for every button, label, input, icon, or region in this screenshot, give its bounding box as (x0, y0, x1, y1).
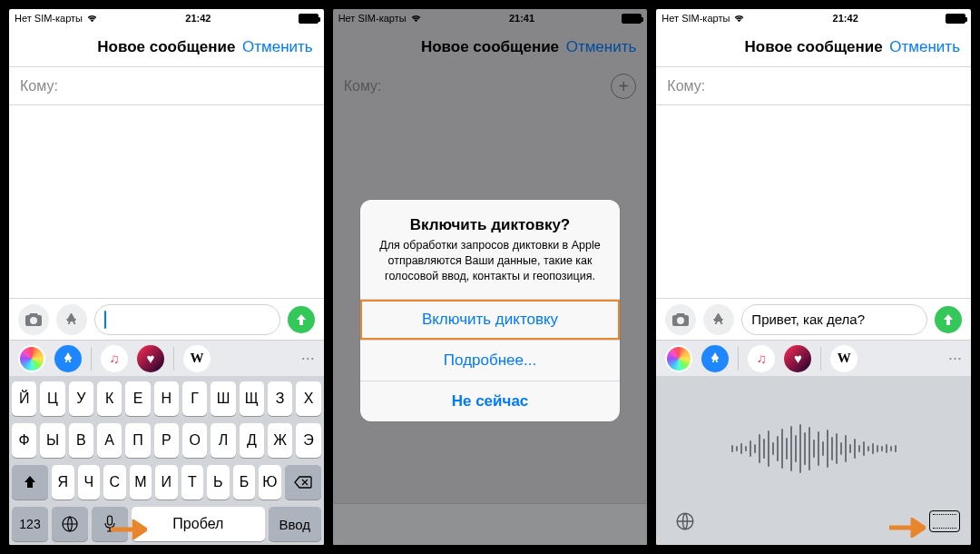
alert-message: Для обработки запросов диктовки в Apple … (360, 238, 621, 299)
key[interactable]: Ь (207, 465, 230, 500)
recipient-row[interactable]: Кому: (656, 67, 971, 105)
wikipedia-app-icon[interactable]: W (830, 345, 858, 372)
shift-key[interactable] (12, 465, 48, 500)
apps-row: ♫ ♥ W ··· (9, 340, 324, 376)
screenshot-2: Нет SIM-карты 21:41 Новое сообщение Отме… (333, 9, 648, 545)
key[interactable]: З (268, 381, 292, 416)
alert-title: Включить диктовку? (360, 200, 621, 238)
switch-to-keyboard-button[interactable] (929, 510, 960, 532)
space-key[interactable]: Пробел (132, 507, 265, 541)
key[interactable]: В (69, 423, 93, 458)
key[interactable]: Ж (268, 423, 292, 458)
wifi-icon (733, 15, 745, 23)
screenshot-1: Нет SIM-карты 21:42 Новое сообщение Отме… (9, 9, 324, 545)
key[interactable]: И (155, 465, 178, 500)
keyboard-row-3: Я Ч С М И Т Ь Б Ю (12, 465, 321, 500)
carrier-text: Нет SIM-карты (15, 13, 83, 24)
key[interactable]: Б (233, 465, 256, 500)
key[interactable]: Э (296, 423, 320, 458)
music-app-icon[interactable]: ♫ (101, 345, 128, 372)
callout-arrow-icon (111, 519, 147, 539)
key[interactable]: Е (125, 381, 150, 416)
stickers-app-icon[interactable]: ♥ (784, 345, 811, 372)
key[interactable]: Г (182, 381, 207, 416)
keyboard-row-4: 123 Пробел Ввод (12, 507, 321, 541)
key[interactable]: Я (52, 465, 74, 500)
keyboard-row-1: Й Ц У К Е Н Г Ш Щ З Х (12, 381, 321, 416)
clock: 21:42 (833, 13, 858, 24)
music-app-icon[interactable]: ♫ (748, 345, 775, 372)
divider (738, 347, 739, 371)
message-body-area[interactable] (656, 105, 971, 298)
message-input[interactable]: Привет, как дела? (741, 304, 927, 335)
wifi-icon (86, 15, 98, 23)
key[interactable]: А (97, 423, 122, 458)
camera-button[interactable] (18, 304, 49, 335)
to-label: Кому: (667, 78, 705, 94)
nav-bar: Новое сообщение Отменить (656, 27, 971, 67)
enter-key[interactable]: Ввод (269, 507, 321, 541)
globe-key[interactable] (667, 511, 703, 531)
more-apps-button[interactable]: ··· (948, 349, 962, 368)
stickers-app-icon[interactable]: ♥ (137, 345, 164, 372)
key[interactable]: С (103, 465, 126, 500)
alert-later-button[interactable]: Не сейчас (360, 381, 621, 421)
numbers-key[interactable]: 123 (12, 507, 48, 541)
key[interactable]: Й (12, 381, 36, 416)
carrier-text: Нет SIM-карты (662, 13, 730, 24)
message-input-text: Привет, как дела? (751, 312, 865, 327)
divider (820, 347, 821, 371)
camera-button[interactable] (665, 304, 696, 335)
key[interactable]: М (130, 465, 152, 500)
nav-bar: Новое сообщение Отменить (9, 27, 324, 67)
clock: 21:42 (185, 13, 211, 24)
alert-enable-button[interactable]: Включить диктовку (360, 299, 621, 340)
dictation-alert: Включить диктовку? Для обработки запросо… (360, 200, 621, 421)
keyboard: Й Ц У К Е Н Г Ш Щ З Х Ф Ы В А П Р О Л (9, 376, 324, 545)
text-cursor (104, 311, 106, 329)
compose-strip (9, 298, 324, 340)
recipient-row[interactable]: Кому: (9, 67, 324, 105)
backspace-key[interactable] (285, 465, 321, 500)
alert-more-button[interactable]: Подробнее... (360, 340, 621, 381)
key[interactable]: Ы (40, 423, 64, 458)
send-button[interactable] (288, 306, 315, 333)
key[interactable]: Ш (211, 381, 235, 416)
globe-key[interactable] (52, 507, 88, 541)
keyboard-row-2: Ф Ы В А П Р О Л Д Ж Э (12, 423, 321, 458)
callout-arrow-icon (889, 518, 926, 538)
more-apps-button[interactable]: ··· (301, 349, 315, 368)
dictation-waveform (667, 394, 960, 503)
key[interactable]: Ф (12, 423, 36, 458)
key[interactable]: Н (154, 381, 179, 416)
key[interactable]: Ю (259, 465, 281, 500)
key[interactable]: Х (296, 381, 320, 416)
appstore-app-icon[interactable] (54, 345, 82, 372)
key[interactable]: Д (240, 423, 264, 458)
cancel-button[interactable]: Отменить (242, 38, 313, 56)
key[interactable]: Т (181, 465, 204, 500)
status-bar: Нет SIM-карты 21:42 (9, 9, 324, 27)
key[interactable]: Щ (240, 381, 264, 416)
key[interactable]: П (125, 423, 150, 458)
key[interactable]: Ч (78, 465, 101, 500)
apps-row: ♫ ♥ W ··· (656, 340, 971, 376)
status-bar: Нет SIM-карты 21:42 (656, 9, 971, 27)
wikipedia-app-icon[interactable]: W (183, 345, 211, 372)
photos-app-icon[interactable] (665, 345, 692, 372)
battery-icon (299, 14, 318, 24)
message-body-area[interactable] (9, 105, 324, 298)
key[interactable]: У (69, 381, 93, 416)
key[interactable]: К (97, 381, 122, 416)
key[interactable]: Ц (40, 381, 64, 416)
send-button[interactable] (935, 306, 962, 333)
message-input[interactable] (94, 304, 280, 335)
appstore-button[interactable] (703, 304, 734, 335)
key[interactable]: Л (211, 423, 235, 458)
appstore-button[interactable] (56, 304, 87, 335)
appstore-app-icon[interactable] (701, 345, 729, 372)
photos-app-icon[interactable] (18, 345, 45, 372)
key[interactable]: Р (154, 423, 179, 458)
key[interactable]: О (182, 423, 207, 458)
cancel-button[interactable]: Отменить (889, 38, 960, 56)
